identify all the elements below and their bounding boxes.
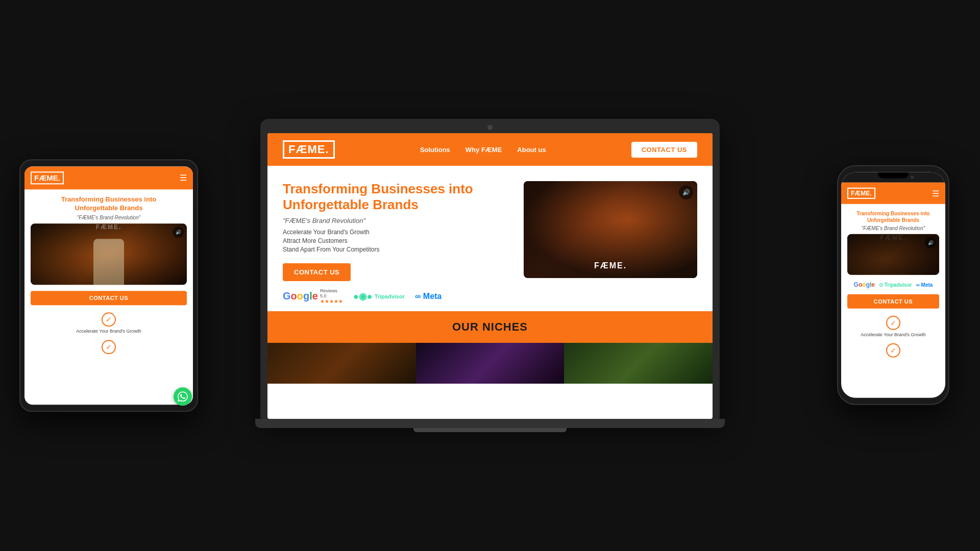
phone-screen: FÆME. ☰ Transforming Businesses into Unf… [841,172,945,398]
phone-logos-row: Google ⊙ Tripadvisor ∞ Meta [847,278,939,291]
phone-meta-logo: ∞ Meta [916,282,933,287]
niches-heading: OUR NICHES [277,320,703,334]
nav-why[interactable]: Why FÆME [465,146,502,154]
phone-camera-dot [911,176,914,179]
hero-video: FÆME. 🔊 [524,181,697,278]
phone-check-text-1: Accelerate Your Brand's Growth [853,332,933,337]
hero-tagline: "FÆME's Brand Revolution" [283,217,513,224]
phone-video: FÆME. 🔊 [847,234,939,275]
site-logo: FÆME. [283,140,335,159]
phone-nav: FÆME. ☰ [841,183,945,204]
niche-image-2 [416,343,565,384]
phone-notch [878,172,909,179]
site-nav-links: Solutions Why FÆME About us [345,146,621,154]
phone-device: FÆME. ☰ Transforming Businesses into Unf… [837,165,949,405]
tablet-cta-btn[interactable]: CONTACT US [31,291,187,305]
video-brand-logo: FÆME. [594,261,627,270]
niche-image-3 [564,343,713,384]
tablet-device: FÆME. ☰ Transforming Businesses into Unf… [19,159,198,412]
tripadvisor-label: Tripadvisor [375,293,405,299]
phone-body: FÆME. ☰ Transforming Businesses into Unf… [837,165,949,405]
phone-check-icon-1: ✓ [886,316,900,330]
tablet-tagline: "FÆME's Brand Revolution" [31,215,187,220]
tablet-logo: FÆME. [31,171,64,184]
tablet-screen: FÆME. ☰ Transforming Businesses into Unf… [24,166,193,405]
phone-hamburger-icon[interactable]: ☰ [932,188,939,198]
laptop-screen: FÆME. Solutions Why FÆME About us CONTAC… [267,133,713,419]
phone-headline: Transforming Businesses into Unforgettab… [847,210,939,223]
google-logo: Google Reviews5.0 ★★★★★ [283,288,343,304]
meta-logo: ∞ Meta [415,292,442,301]
google-rating: Reviews5.0 [320,288,343,298]
tablet-video: FÆME. 🔊 [31,223,187,285]
tablet-check-icon-2: ✓ [102,340,116,354]
site-hero-section: Transforming Businesses into Unforgettab… [267,166,713,281]
tripadvisor-logo: ●◉● Tripadvisor [353,291,405,302]
laptop-body: FÆME. Solutions Why FÆME About us CONTAC… [260,119,720,419]
tablet-check-text-1: Accelerate Your Brand's Growth [37,329,181,334]
tablet-hamburger-icon[interactable]: ☰ [180,173,187,183]
google-stars: ★★★★★ [320,298,343,304]
tablet-video-sculpture [93,239,124,285]
phone-tripadvisor-logo: ⊙ Tripadvisor [879,282,912,287]
niche-image-1 [267,343,416,384]
nav-solutions[interactable]: Solutions [420,146,450,154]
tablet-sound-icon[interactable]: 🔊 [173,227,184,238]
tablet-nav: FÆME. ☰ [24,166,193,189]
site-hero-text: Transforming Businesses into Unforgettab… [283,181,513,281]
phone-check-section: ✓ Accelerate Your Brand's Growth [847,312,939,341]
phone-google-logo: Google [854,281,875,288]
laptop-device: FÆME. Solutions Why FÆME About us CONTAC… [260,119,720,432]
phone-notch-area [841,172,945,183]
video-sound-icon[interactable]: 🔊 [679,185,693,199]
nav-about[interactable]: About us [517,146,546,154]
nav-contact-btn[interactable]: CONTACT US [631,142,697,158]
niches-section: OUR NICHES [267,311,713,343]
site-navbar: FÆME. Solutions Why FÆME About us CONTAC… [267,133,713,166]
phone-sound-icon[interactable]: 🔊 [925,237,936,248]
tablet-headline: Transforming Businesses into Unforgettab… [31,195,187,213]
laptop-stand [413,428,567,432]
phone-cta-btn[interactable]: CONTACT US [847,294,939,309]
hero-cta-btn[interactable]: CONTACT US [283,263,351,281]
laptop-camera [487,125,493,130]
phone-check-icon-2: ✓ [886,343,900,358]
tablet-hero: Transforming Businesses into Unforgettab… [24,189,193,360]
hero-headline: Transforming Businesses into Unforgettab… [283,181,513,213]
laptop-base [255,419,725,428]
tablet-body: FÆME. ☰ Transforming Businesses into Unf… [19,159,198,412]
phone-tagline: "FÆME's Brand Revolution" [847,226,939,231]
tablet-check-section: ✓ Accelerate Your Brand's Growth [31,308,187,338]
phone-hero: Transforming Businesses into Unforgettab… [841,204,945,364]
tablet-check-icon-1: ✓ [102,312,116,327]
laptop-camera-bar [267,125,713,130]
whatsapp-float-btn[interactable] [174,387,192,405]
phone-logo: FÆME. [847,188,875,199]
niches-images-row [267,343,713,384]
hero-bullets: Accelerate Your Brand's Growth Attract M… [283,229,513,253]
partner-logos-row: Google Reviews5.0 ★★★★★ ●◉● Tripadvisor … [267,281,713,311]
